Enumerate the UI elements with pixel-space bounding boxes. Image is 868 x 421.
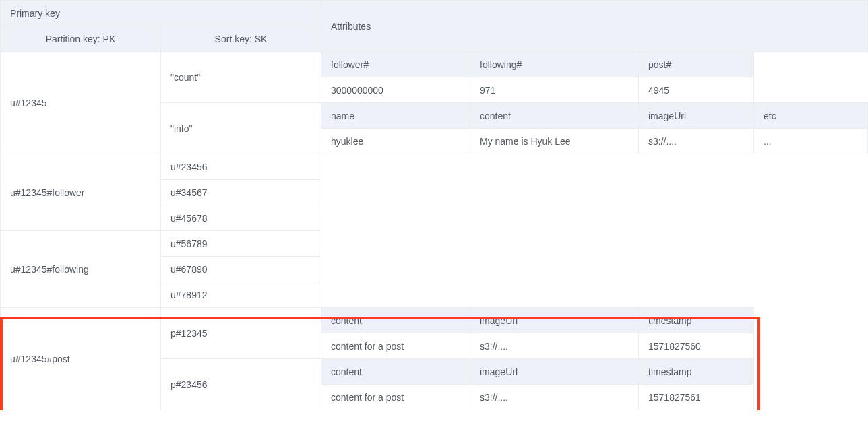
- attr-value: 4945: [639, 77, 754, 103]
- attr-header: post#: [639, 52, 754, 77]
- sk-cell: p#23456: [161, 359, 321, 410]
- pk-cell: u#12345#following: [1, 231, 161, 308]
- pk-header: Partition key: PK: [1, 26, 161, 52]
- attr-value: content for a post: [321, 385, 470, 410]
- attr-header: timestamp: [639, 359, 754, 385]
- attr-header: timestamp: [639, 308, 754, 333]
- attr-header: content: [321, 308, 470, 333]
- attr-value: ...: [754, 129, 868, 154]
- table-row: u#12345 "count" follower# following# pos…: [1, 52, 868, 77]
- sk-cell: u#23456: [161, 154, 321, 180]
- attr-header: imageUrl: [470, 359, 639, 385]
- pk-cell: u#12345#follower: [1, 154, 161, 231]
- sk-cell: u#56789: [161, 231, 321, 257]
- attr-header: content: [321, 359, 470, 385]
- sk-cell: u#34567: [161, 180, 321, 205]
- attr-value: hyuklee: [321, 129, 470, 154]
- table-row: u#12345#follower u#23456: [1, 154, 868, 180]
- attr-value: My name is Hyuk Lee: [470, 129, 639, 154]
- dynamodb-table: Primary key Attributes Partition key: PK…: [0, 0, 868, 410]
- pk-cell: u#12345#post: [1, 308, 161, 410]
- attr-header: follower#: [321, 52, 470, 77]
- attr-value: 1571827561: [639, 385, 754, 410]
- attr-value: 971: [470, 77, 639, 103]
- pk-cell: u#12345: [1, 52, 161, 154]
- sk-cell: u#45678: [161, 205, 321, 231]
- attr-header: imageUrl: [639, 103, 754, 129]
- attr-value: 3000000000: [321, 77, 470, 103]
- attr-header: etc: [754, 103, 868, 129]
- sk-header: Sort key: SK: [161, 26, 321, 52]
- primary-key-header: Primary key: [1, 1, 321, 26]
- attr-header: imageUrl: [470, 308, 639, 333]
- header-row-1: Primary key Attributes: [1, 1, 868, 26]
- attr-header: content: [470, 103, 639, 129]
- sk-cell: "count": [161, 52, 321, 103]
- attr-value: 1571827560: [639, 333, 754, 359]
- sk-cell: u#78912: [161, 282, 321, 308]
- attr-value: s3://....: [470, 333, 639, 359]
- attributes-header: Attributes: [321, 1, 868, 52]
- table-row: u#12345#following u#56789: [1, 231, 868, 257]
- attr-header: name: [321, 103, 470, 129]
- table-row: u#12345#post p#12345 content imageUrl ti…: [1, 308, 868, 333]
- sk-cell: p#12345: [161, 308, 321, 359]
- attr-header: following#: [470, 52, 639, 77]
- attr-value: s3://....: [639, 129, 754, 154]
- table-container: Primary key Attributes Partition key: PK…: [0, 0, 868, 410]
- sk-cell: "info": [161, 103, 321, 154]
- attr-value: content for a post: [321, 333, 470, 359]
- attr-value: s3://....: [470, 385, 639, 410]
- sk-cell: u#67890: [161, 257, 321, 282]
